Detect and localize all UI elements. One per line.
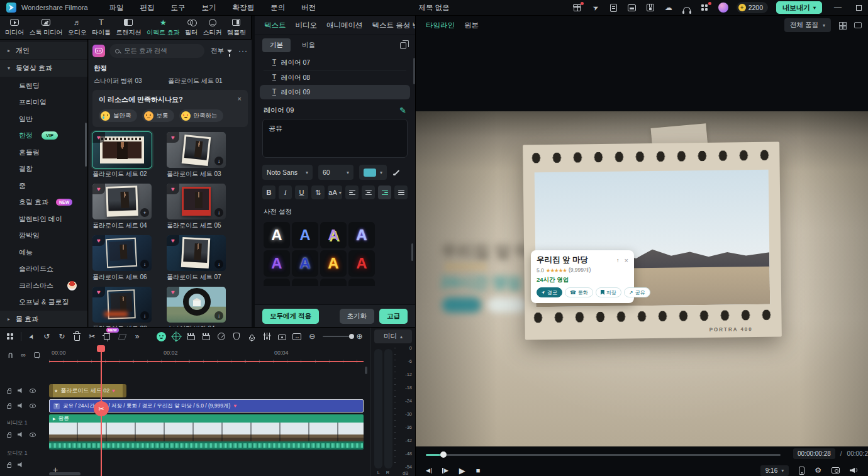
seek-handle[interactable]	[440, 451, 447, 458]
aspect-ratio-select[interactable]: 9:16▾	[760, 465, 789, 476]
mask-icon[interactable]	[230, 330, 243, 343]
timeline-horizontal-scrollbar[interactable]	[49, 472, 81, 475]
coin-balance[interactable]: + 2200	[737, 2, 768, 13]
align-left-button[interactable]	[345, 185, 359, 199]
close-icon[interactable]: ×	[625, 257, 628, 264]
search-input[interactable]: 모든 효과 검색	[109, 44, 204, 58]
media-panel-toggle-button[interactable]: 미디 ▴	[374, 329, 412, 343]
feedback-unsatisfied-button[interactable]: 불만족	[99, 109, 137, 122]
sidebar-item-valentine[interactable]: 발렌타인 데이	[0, 211, 87, 228]
layout-icon[interactable]	[627, 3, 637, 13]
italic-button[interactable]: I	[279, 185, 292, 199]
tab-effects[interactable]: ★이펙트 효과	[147, 18, 180, 37]
presets-scrollbar[interactable]	[411, 243, 413, 261]
effect-thumbnail-sniper-04[interactable]: ♥ ↓	[167, 287, 226, 323]
audio-mixer-icon[interactable]	[260, 330, 274, 343]
text-preset[interactable]: A	[292, 279, 318, 286]
feedback-neutral-button[interactable]: 보통	[142, 109, 174, 122]
reset-button[interactable]: 초기화	[340, 309, 375, 324]
text-preset[interactable]: A	[348, 250, 375, 277]
sidebar-item-variety[interactable]: 예능	[0, 244, 87, 261]
ai-portrait-icon[interactable]	[155, 330, 168, 343]
layer-item-08[interactable]: T레이어 08	[260, 70, 410, 85]
advanced-button[interactable]: 고급	[379, 309, 408, 324]
tab-text[interactable]: 텍스트	[264, 21, 286, 30]
sidebar-item-christmas[interactable]: 크리스마스	[0, 277, 87, 294]
play-button[interactable]: ▶	[459, 466, 465, 475]
maximize-button[interactable]	[856, 5, 862, 11]
volume-icon[interactable]	[850, 467, 858, 474]
letter-spacing-button[interactable]: ⇅	[311, 185, 325, 199]
more-tools-icon[interactable]: »	[131, 330, 144, 343]
menu-support[interactable]: 문의	[270, 3, 285, 13]
seek-bar[interactable]	[426, 451, 781, 458]
mute-icon[interactable]	[18, 462, 23, 468]
font-color-select[interactable]: ▾	[359, 165, 387, 180]
layer-item-09[interactable]: T레이어 09	[260, 85, 410, 99]
record-voiceover-icon[interactable]	[245, 330, 259, 343]
effect-thumbnail-polaroid-05[interactable]: ♥ ↓	[167, 184, 226, 219]
sidebar-item-limited[interactable]: 한정VIP	[0, 128, 87, 145]
feedback-satisfied-button[interactable]: 만족하는	[179, 109, 223, 122]
visibility-icon[interactable]	[30, 433, 36, 437]
effect-item[interactable]: ♥ 폴라로이드 세트 02	[92, 132, 152, 179]
menu-extensions[interactable]: 확장됨	[233, 3, 255, 13]
screen-record-icon[interactable]	[275, 330, 289, 343]
gift-icon[interactable]	[572, 3, 582, 13]
crop-icon[interactable]: NEW	[101, 330, 114, 343]
sidebar-scrollbar[interactable]	[85, 123, 87, 167]
subtab-ratio[interactable]: 비율	[297, 38, 320, 52]
sidebar-item-flicker[interactable]: 깜박임	[0, 228, 87, 245]
text-preset[interactable]: A	[320, 250, 347, 277]
align-center-button[interactable]	[362, 185, 375, 199]
playback-quality-select[interactable]: 전체 품질▾	[784, 18, 831, 32]
effect-item[interactable]: ♥ + 폴라로이드 세트 04	[92, 184, 152, 230]
effect-thumbnail-polaroid-06[interactable]: ♥ ↓	[92, 235, 152, 271]
tab-stickers[interactable]: 스티커	[203, 18, 222, 37]
ai-assistant-button[interactable]	[92, 45, 105, 57]
menu-version[interactable]: 버전	[301, 3, 316, 13]
split-scissors-icon[interactable]: ✂	[86, 330, 99, 343]
save-place-button[interactable]: 저장	[596, 287, 621, 297]
sidebar-item-slideshow[interactable]: 슬라이드쇼	[0, 261, 87, 278]
sidebar-item-glitch[interactable]: 결함	[0, 161, 87, 178]
bold-button[interactable]: B	[262, 185, 275, 199]
effect-thumbnail-polaroid-08[interactable]: ♥ ↓	[92, 287, 152, 323]
arrow-up-icon[interactable]: ↑	[616, 257, 620, 263]
text-preset[interactable]: A	[320, 279, 347, 286]
menu-file[interactable]: 파일	[109, 3, 124, 13]
text-content-input[interactable]: 공유	[262, 119, 408, 158]
save-icon[interactable]	[645, 3, 655, 13]
snap-magnet-icon[interactable]: U	[8, 351, 13, 358]
underline-button[interactable]: U	[295, 185, 308, 199]
tab-transitions[interactable]: 트랜지션	[116, 18, 141, 37]
minimize-button[interactable]: —	[834, 3, 842, 12]
text-preset[interactable]: A	[264, 250, 290, 277]
font-family-select[interactable]: Noto Sans▾	[262, 165, 313, 180]
close-icon[interactable]: ×	[238, 95, 242, 104]
lock-icon[interactable]	[7, 434, 11, 438]
export-button[interactable]: 내보내기 ▾	[776, 1, 822, 14]
lock-icon[interactable]	[7, 390, 11, 394]
route-button[interactable]: ➤경로	[537, 287, 562, 297]
preview-tab-timeline[interactable]: 타임라인	[426, 21, 455, 30]
undo-icon[interactable]: ↺	[40, 330, 53, 343]
ai-write-icon[interactable]: ✎	[399, 106, 406, 115]
sidebar-item-blur[interactable]: 흐림 효과NEW	[0, 194, 87, 211]
stop-button[interactable]: ■	[476, 467, 481, 474]
device-preview-icon[interactable]	[799, 467, 804, 475]
video-canvas[interactable]: 우리집 앞 마 ★★★★★ 24시간 영업 PORTRA 400 우리집 앞 마…	[416, 111, 868, 446]
effect-item[interactable]: ♥ ↓ 폴라로이드 세트 06	[92, 235, 152, 282]
fullscreen-icon[interactable]	[854, 22, 862, 28]
fit-timeline-icon[interactable]: ↔	[291, 330, 304, 343]
text-preset[interactable]: A	[292, 222, 318, 248]
text-preset[interactable]: A	[264, 222, 290, 248]
sidebar-section-video-effects[interactable]: ▾동영상 효과	[0, 60, 87, 77]
menu-tools[interactable]: 도구	[171, 3, 186, 13]
share-button[interactable]: ↗공유	[624, 287, 650, 297]
case-button[interactable]: aA▾	[328, 185, 342, 199]
tab-stock-media[interactable]: 스톡 미디어	[29, 18, 62, 37]
snapshot-camera-icon[interactable]	[832, 467, 840, 473]
effect-thumbnail-polaroid-07[interactable]: ♥ ↓	[167, 235, 226, 271]
align-right-button[interactable]	[378, 185, 391, 199]
